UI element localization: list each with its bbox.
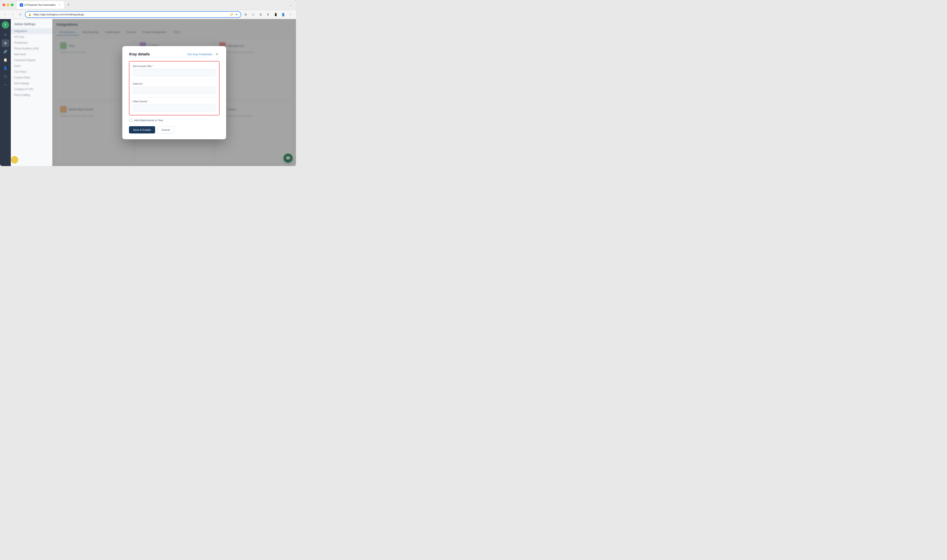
nav-item-customize-reports[interactable]: Customize Reports <box>11 57 52 63</box>
cancel-button[interactable]: Cancel <box>157 126 174 134</box>
cast-button[interactable]: ⬡ <box>250 12 256 17</box>
tab-title: AI Powered Test Automation <box>24 3 55 6</box>
jira-account-url-label: Jira Account URL * <box>133 65 216 68</box>
nav-item-api-keys[interactable]: API Keys <box>11 34 52 40</box>
sidebar-icons: T ≡ ⚙ 🔗 📋 👤 ⬡ ↔ <box>0 19 11 166</box>
client-id-required-indicator: * <box>142 82 143 85</box>
download-button[interactable]: ⬇ <box>265 12 271 17</box>
sidebar-icon-settings[interactable]: ⚙ <box>2 40 9 47</box>
address-bar-icons: 🔑 ★ <box>229 13 238 16</box>
nav-item-webhook[interactable]: Web-Hook <box>11 51 52 57</box>
add-attachments-row: Add Attachments to Test <box>129 119 220 122</box>
nav-item-preferences[interactable]: Preferences <box>11 40 52 46</box>
address-bar[interactable]: 🔒 https://app.testsigma.com/ui/settings/… <box>25 11 241 18</box>
back-button[interactable]: ← <box>3 12 8 17</box>
add-attachments-checkbox[interactable] <box>129 119 132 122</box>
modal-header-actions: Get Xray Credentials × <box>187 52 220 57</box>
bottom-indicator <box>11 156 18 163</box>
profile-button[interactable]: 👤 <box>280 12 286 17</box>
client-secret-field: Client Secret * <box>133 100 216 112</box>
sidebar-icon-plugins[interactable]: ⬡ <box>2 73 9 80</box>
admin-settings-title: Admin Settings <box>11 22 52 28</box>
modal-backdrop: Xray details Get Xray Credentials × <box>52 19 296 166</box>
sidebar-icon-users[interactable]: 👤 <box>2 65 9 72</box>
sidebar-icon-dashboard[interactable]: ≡ <box>2 31 9 38</box>
url-text: https://app.testsigma.com/ui/settings/pl… <box>33 13 228 16</box>
main-content: T ≡ ⚙ 🔗 📋 👤 ⬡ ↔ Admin Settings Integrati… <box>0 19 296 166</box>
nav-item-plans-billing[interactable]: Plans & Billing <box>11 92 52 98</box>
xray-details-modal: Xray details Get Xray Credentials × <box>122 46 226 139</box>
client-id-label: Client Id * <box>133 82 216 85</box>
save-enable-button[interactable]: Save & Enable <box>129 126 155 134</box>
title-bar: ⚙ AI Powered Test Automation × + ⌄ <box>0 0 296 10</box>
client-id-field: Client Id * <box>133 82 216 94</box>
active-tab[interactable]: ⚙ AI Powered Test Automation × <box>17 1 64 9</box>
extensions-button[interactable]: ⚙ <box>243 12 249 17</box>
more-button[interactable]: ⋮ <box>288 12 293 17</box>
main-panel: Integrations All Integrations Bug Report… <box>52 19 296 166</box>
browser-controls-right: ⌄ <box>288 2 293 8</box>
address-bar-row: ← → ↻ 🔒 https://app.testsigma.com/ui/set… <box>0 10 296 19</box>
close-window-button[interactable] <box>3 3 5 6</box>
nav-item-users[interactable]: Users <box>11 63 52 69</box>
nav-item-configure-ip[interactable]: Configure IP URL <box>11 86 52 92</box>
jira-url-required-indicator: * <box>152 65 154 68</box>
nav-item-integrations[interactable]: Integrations <box>11 28 52 34</box>
key-icon: 🔑 <box>229 13 233 16</box>
client-id-input[interactable] <box>133 86 216 94</box>
browser-window: ⚙ AI Powered Test Automation × + ⌄ ← → ↻… <box>0 0 296 166</box>
client-secret-label: Client Secret * <box>133 100 216 103</box>
maximize-window-button[interactable] <box>11 3 14 6</box>
jira-account-url-input[interactable] <box>133 69 216 76</box>
traffic-lights <box>3 3 14 6</box>
field-divider-1 <box>133 80 216 80</box>
form-section: Jira Account URL * Client Id * <box>129 61 220 115</box>
sidebar-icon-integrations[interactable]: 🔗 <box>2 48 9 55</box>
device-button[interactable]: 📱 <box>273 12 279 17</box>
bookmark-icon[interactable]: ★ <box>234 13 238 16</box>
jira-account-url-field: Jira Account URL * <box>133 65 216 76</box>
client-secret-required-indicator: * <box>148 100 148 103</box>
nav-item-sso-settings[interactable]: SSO Settings <box>11 80 52 86</box>
minimize-window-button[interactable] <box>7 3 9 6</box>
user-avatar[interactable]: T <box>2 21 9 29</box>
get-credentials-link[interactable]: Get Xray Credentials <box>187 53 212 56</box>
browser-menu-button[interactable]: ⌄ <box>288 2 293 8</box>
modal-buttons: Save & Enable Cancel <box>129 126 220 134</box>
sidebar-icon-reports[interactable]: 📋 <box>2 56 9 63</box>
left-nav: Admin Settings Integrations API Keys Pre… <box>11 19 52 166</box>
forward-button[interactable]: → <box>10 12 16 17</box>
nav-item-user-roles[interactable]: User Roles <box>11 69 52 75</box>
modal-header: Xray details Get Xray Credentials × <box>129 52 220 57</box>
new-tab-button[interactable]: + <box>66 2 71 8</box>
tab-close-button[interactable]: × <box>58 3 61 7</box>
field-divider-2 <box>133 97 216 98</box>
refresh-button[interactable]: ↻ <box>17 12 23 17</box>
client-secret-input[interactable] <box>133 104 216 112</box>
page-background: Admin Settings Integrations API Keys Pre… <box>11 19 296 166</box>
modal-title: Xray details <box>129 52 150 57</box>
modal-close-button[interactable]: × <box>214 52 220 57</box>
tab-favicon: ⚙ <box>20 3 23 7</box>
lock-icon: 🔒 <box>28 13 32 16</box>
sidebar-button[interactable]: ☰ <box>258 12 263 17</box>
sidebar-icon-sync[interactable]: ↔ <box>2 81 9 88</box>
nav-item-phone-numbers[interactable]: Phone Numbers (IVR) <box>11 46 52 51</box>
add-attachments-label: Add Attachments to Test <box>134 119 163 122</box>
nav-item-custom-fields[interactable]: Custom Fields <box>11 75 52 80</box>
